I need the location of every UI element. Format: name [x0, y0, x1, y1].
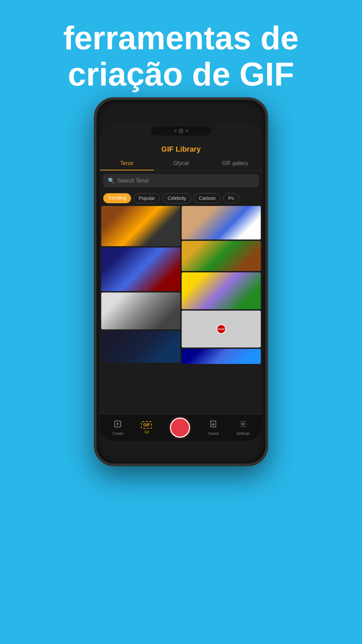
speaker-dot	[185, 129, 188, 132]
gif-item-pingu[interactable]	[101, 206, 180, 246]
settings-icon	[239, 420, 247, 430]
search-icon: 🔍	[108, 177, 115, 184]
category-trending[interactable]: Trending	[103, 193, 131, 203]
gif-item-tyler[interactable]	[182, 206, 261, 239]
notch	[151, 126, 211, 136]
gif-grid: STOP	[100, 206, 262, 364]
app-title: GIF Library	[100, 140, 262, 157]
gif-item-stranger-things[interactable]	[101, 248, 180, 291]
gif-item-leo[interactable]	[101, 331, 180, 363]
front-camera	[179, 128, 183, 133]
headline: ferramentas de criação de GIF	[0, 20, 362, 93]
gif-item-blue[interactable]	[182, 349, 261, 364]
bottom-nav: Create GIF Gif	[100, 414, 262, 441]
nav-settings[interactable]: Settings	[236, 420, 250, 435]
record-button[interactable]	[170, 418, 190, 438]
gif-column-left	[101, 206, 180, 364]
tab-tenor[interactable]: Tenor	[100, 157, 154, 170]
gif-column-right: STOP	[182, 206, 261, 364]
gif-cat-inner: STOP	[182, 311, 261, 347]
phone-shell: GIF Library Tenor Gfycat GIF gallery 🔍 S…	[94, 97, 268, 466]
search-bar[interactable]: 🔍 Search Tenor	[103, 174, 259, 187]
tab-gfycat[interactable]: Gfycat	[154, 157, 208, 170]
nav-settings-label: Settings	[236, 431, 250, 435]
sensor-dot	[174, 129, 177, 132]
nav-saved-label: Saved	[208, 431, 219, 435]
headline-line1: ferramentas de	[20, 20, 342, 56]
volume-button-up	[94, 167, 95, 191]
category-celebrity[interactable]: Celebrity	[163, 193, 191, 203]
search-placeholder: Search Tenor	[117, 178, 149, 184]
tabs-row: Tenor Gfycat GIF gallery	[100, 157, 262, 171]
headline-line2: criação de GIF	[20, 56, 342, 93]
stop-sign-icon: STOP	[217, 324, 226, 334]
gif-item-lion-king[interactable]	[182, 241, 261, 271]
nav-saved[interactable]: Saved	[208, 420, 219, 435]
phone-mockup: GIF Library Tenor Gfycat GIF gallery 🔍 S…	[94, 97, 268, 466]
nav-gif-label: Gif	[144, 430, 149, 434]
svg-point-5	[242, 423, 244, 425]
tab-gif-gallery[interactable]: GIF gallery	[208, 157, 262, 170]
gif-item-simpsons[interactable]	[182, 272, 261, 309]
gif-grid-area: STOP	[100, 206, 262, 387]
volume-button-down	[94, 197, 95, 231]
screen-content: GIF Library Tenor Gfycat GIF gallery 🔍 S…	[100, 140, 262, 441]
nav-gif[interactable]: GIF Gif	[141, 421, 152, 434]
categories-row: Trending Popular Celebrity Cartoon Po	[100, 191, 262, 206]
gif-icon: GIF	[141, 421, 152, 429]
create-icon	[114, 420, 122, 430]
category-popular[interactable]: Popular	[134, 193, 160, 203]
nav-create[interactable]: Create	[112, 420, 123, 435]
power-button	[267, 184, 268, 231]
nav-create-label: Create	[112, 431, 123, 435]
phone-screen: GIF Library Tenor Gfycat GIF gallery 🔍 S…	[100, 123, 262, 441]
notch-sensors	[174, 128, 188, 133]
category-cartoon[interactable]: Cartoon	[194, 193, 221, 203]
gif-item-kids[interactable]	[101, 292, 180, 329]
nav-record[interactable]	[170, 418, 190, 438]
saved-icon	[209, 420, 217, 430]
gif-item-cat[interactable]: STOP	[182, 311, 261, 347]
category-po[interactable]: Po	[223, 193, 239, 203]
